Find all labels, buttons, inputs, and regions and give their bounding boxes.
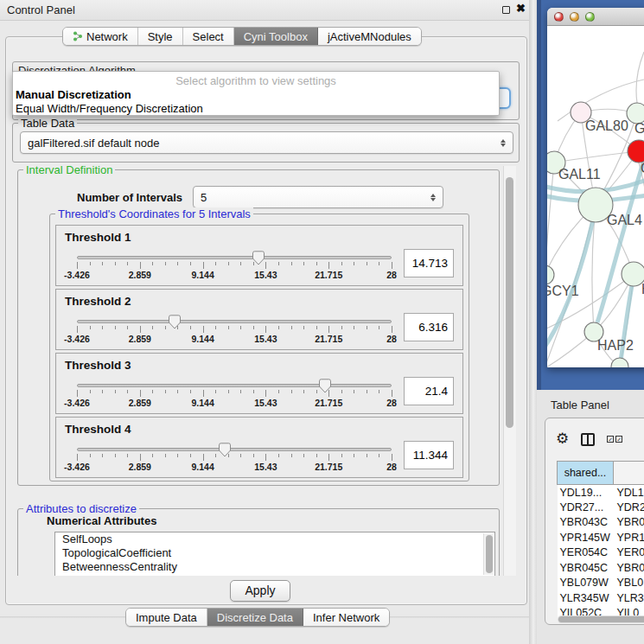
tab-impute-data[interactable]: Impute Data [126, 609, 207, 626]
dropdown-item[interactable]: Manual Discretization [13, 88, 499, 102]
scrollbar-thumb[interactable] [506, 177, 513, 428]
table-cell[interactable]: YER054C [558, 545, 614, 561]
mac-minimize-icon[interactable] [570, 12, 579, 22]
table-cell[interactable]: YBL079W [558, 576, 614, 591]
tab-infer-network[interactable]: Infer Network [303, 609, 389, 626]
tab-cyni-toolbox[interactable]: Cyni Toolbox [234, 28, 318, 45]
threshold-slider[interactable]: -3.4262.8599.14415.4321.71528 [77, 245, 392, 280]
threshold-slider[interactable]: -3.4262.8599.14415.4321.71528 [77, 373, 392, 408]
attributes-list-scrollbar[interactable] [483, 533, 494, 575]
attribute-list-item[interactable]: BetweennessCentrality [55, 560, 494, 574]
tab-style[interactable]: Style [138, 28, 183, 45]
scrollbar-thumb[interactable] [486, 535, 493, 573]
network-node[interactable] [611, 358, 628, 367]
float-panel-icon[interactable] [502, 6, 510, 14]
settings-vertical-scrollbar[interactable] [503, 166, 516, 576]
node-attribute-table: shared...n YDL19...YDL1YDR27...YDR2YBR04… [557, 461, 644, 621]
slider-track[interactable] [77, 384, 392, 387]
table-cell[interactable]: YBR045C [558, 560, 614, 576]
table-cell[interactable]: YER0 [614, 545, 644, 561]
table-row[interactable]: YLR345WYLR3 [558, 590, 644, 606]
table-panel-toolbar: ⚙ ✓ ✓ [556, 432, 622, 446]
table-cell[interactable]: YLR345W [558, 590, 614, 606]
table-row[interactable]: YER054CYER0 [558, 545, 644, 561]
tick-label: 15.43 [254, 398, 277, 408]
close-panel-icon[interactable]: ✖ [516, 2, 526, 15]
table-row[interactable]: YBR043CYBR0 [558, 515, 644, 531]
threshold-panel: Threshold 3 -3.4262.8599.14415.4321.7152… [55, 353, 463, 414]
table-data-combo-value: galFiltered.sif default node [28, 137, 159, 150]
tick-label: 21.715 [315, 270, 342, 280]
table-cell[interactable]: YBR0 [614, 515, 644, 531]
slider-track[interactable] [77, 448, 392, 451]
tick-label: 2.859 [129, 398, 151, 408]
threshold-label: Threshold 4 [65, 423, 454, 436]
threshold-value-field[interactable]: 11.344 [404, 441, 454, 469]
scrollbar-thumb[interactable] [558, 616, 644, 622]
dropdown-item[interactable]: Equal Width/Frequency Discretization [13, 102, 499, 116]
control-panel-title: Control Panel [7, 3, 75, 16]
gear-icon[interactable]: ⚙ [556, 432, 569, 446]
network-canvas[interactable]: GAL80GCGAL11GAL4GCY1HHAP2 [547, 26, 644, 367]
table-cell[interactable]: YDR2 [614, 500, 644, 515]
tab-label: Select [193, 30, 224, 43]
network-node-c[interactable] [628, 140, 644, 163]
network-node-label: G [634, 121, 644, 136]
network-edge[interactable] [636, 52, 644, 103]
tab-select[interactable]: Select [183, 28, 234, 45]
network-edge[interactable] [554, 151, 639, 163]
table-cell[interactable]: YBL0 [614, 576, 644, 591]
num-intervals-combo[interactable]: 5 [193, 186, 443, 208]
slider-track[interactable] [77, 320, 392, 323]
table-cell[interactable]: YPR1 [614, 530, 644, 545]
attribute-list-item[interactable]: SelfLoops [55, 532, 494, 546]
table-header-row: shared...n [558, 462, 644, 485]
tab-network[interactable]: Network [63, 28, 138, 45]
threshold-slider[interactable]: -3.4262.8599.14415.4321.71528 [77, 437, 392, 472]
tab-label: Discretize Data [217, 611, 293, 624]
interval-definition-group: Interval Definition Number of Intervals … [17, 169, 500, 486]
tick-label: 28 [386, 334, 397, 344]
control-panel-titlebar: Control Panel ✖ [0, 0, 529, 21]
table-column-header[interactable]: shared... [558, 462, 614, 485]
table-cell[interactable]: YBR0 [614, 560, 644, 576]
mac-zoom-icon[interactable] [585, 12, 595, 22]
table-cell[interactable]: YLR3 [614, 590, 644, 606]
table-row[interactable]: YDL19...YDL1 [558, 485, 644, 501]
table-cell[interactable]: YPR145W [558, 530, 614, 545]
attributes-list[interactable]: SelfLoopsTopologicalCoefficientBetweenne… [54, 532, 495, 576]
select-columns-icon[interactable]: ✓ ✓ [607, 436, 622, 443]
table-row[interactable]: YDR27...YDR2 [558, 500, 644, 515]
tick-label: 28 [386, 270, 397, 280]
table-panel-card: ⚙ ✓ ✓ shared...n YDL19...YDL1YDR27...YDR… [545, 418, 644, 625]
panel-divider[interactable] [529, 0, 537, 644]
table-row[interactable]: YPR145WYPR1 [558, 530, 644, 545]
tab-jactivemnodules[interactable]: jActiveMNodules [318, 28, 421, 45]
split-columns-icon[interactable] [581, 433, 595, 446]
table-column-header[interactable]: n [614, 462, 644, 485]
tab-label: jActiveMNodules [328, 30, 411, 43]
table-cell[interactable]: YDL1 [614, 485, 644, 501]
numerical-attributes-header: Numerical Attributes [47, 514, 156, 527]
threshold-label: Threshold 2 [65, 295, 454, 308]
threshold-value-field[interactable]: 14.713 [404, 249, 454, 277]
table-row[interactable]: YBL079WYBL0 [558, 576, 644, 591]
threshold-value-field[interactable]: 21.4 [404, 377, 454, 405]
apply-button[interactable]: Apply [230, 580, 290, 602]
table-row[interactable]: YBR045CYBR0 [558, 560, 644, 576]
network-node-label: GAL4 [607, 213, 642, 227]
network-view-window: GAL80GCGAL11GAL4GCY1HHAP2 [547, 8, 644, 367]
table-horizontal-scrollbar[interactable] [558, 615, 644, 623]
table-cell[interactable]: YBR043C [558, 515, 614, 531]
tab-discretize-data[interactable]: Discretize Data [207, 609, 303, 626]
slider-track[interactable] [77, 256, 392, 259]
network-node-gcy1[interactable] [547, 265, 554, 284]
threshold-value-field[interactable]: 6.316 [404, 313, 454, 341]
table-cell[interactable]: YDL19... [558, 485, 614, 501]
threshold-slider[interactable]: -3.4262.8599.14415.4321.71528 [77, 309, 392, 344]
table-data-combo[interactable]: galFiltered.sif default node [20, 131, 513, 154]
attribute-list-item[interactable]: TopologicalCoefficient [55, 546, 494, 560]
table-cell[interactable]: YDR27... [558, 500, 614, 515]
network-edge-highlighted[interactable] [620, 277, 634, 367]
mac-close-icon[interactable] [554, 12, 564, 22]
